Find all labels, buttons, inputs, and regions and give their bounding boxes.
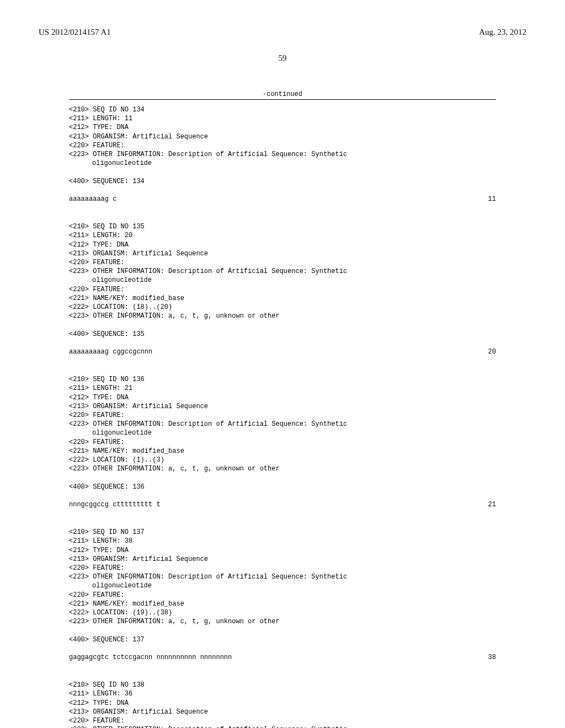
sequence-meta-line: <223> OTHER INFORMATION: Description of … [69, 267, 496, 276]
sequence-length: 20 [488, 347, 496, 356]
sequence-meta-line: <223> OTHER INFORMATION: Description of … [69, 725, 496, 728]
sequence-meta-line: oligonucleotide [69, 159, 496, 168]
sequence-meta-line: <221> NAME/KEY: modified_base [69, 447, 496, 456]
sequence-meta-line: <220> FEATURE: [69, 285, 496, 294]
blank-line [69, 626, 496, 635]
sequence-meta-line: <223> OTHER INFORMATION: Description of … [69, 420, 496, 429]
sequence-meta-line: <220> FEATURE: [69, 438, 496, 447]
divider [69, 99, 496, 100]
sequence-meta-line: <211> LENGTH: 38 [69, 537, 496, 545]
sequence-meta-line: <213> ORGANISM: Artificial Sequence [69, 249, 496, 258]
sequence-block: <210> SEQ ID NO 137<211> LENGTH: 38<212>… [69, 528, 496, 671]
sequence-data-row: aaaaaaaaag c11 [69, 195, 496, 204]
publication-number: US 2012/0214157 A1 [39, 28, 111, 37]
page-header: US 2012/0214157 A1 Aug. 23, 2012 [39, 28, 526, 37]
blank-line [69, 662, 496, 671]
blank-line [69, 356, 496, 365]
sequence-meta-line: <212> TYPE: DNA [69, 123, 496, 132]
sequence-block: <210> SEQ ID NO 138<211> LENGTH: 36<212>… [69, 681, 496, 728]
sequence-block: <210> SEQ ID NO 135<211> LENGTH: 20<212>… [69, 222, 496, 365]
blank-line [69, 320, 496, 329]
sequence-meta-line: <210> SEQ ID NO 137 [69, 528, 496, 537]
sequence-meta-line: <211> LENGTH: 36 [69, 689, 496, 698]
sequence-meta-line: <220> FEATURE: [69, 564, 496, 572]
publication-date: Aug. 23, 2012 [479, 28, 526, 37]
sequence-listing: <210> SEQ ID NO 134<211> LENGTH: 11<212>… [69, 105, 496, 728]
sequence-length: 11 [488, 195, 496, 204]
sequence-meta-line: <210> SEQ ID NO 136 [69, 375, 496, 384]
sequence-data: gaggagcgtc tctccgacnn nnnnnnnnnn nnnnnnn… [69, 653, 232, 662]
sequence-data-row: gaggagcgtc tctccgacnn nnnnnnnnnn nnnnnnn… [69, 653, 496, 662]
blank-line [69, 491, 496, 500]
sequence-meta-line: <210> SEQ ID NO 138 [69, 681, 496, 689]
sequence-meta-line: <221> NAME/KEY: modified_base [69, 599, 496, 608]
sequence-meta-line: <220> FEATURE: [69, 716, 496, 725]
sequence-header: <400> SEQUENCE: 136 [69, 483, 496, 491]
sequence-meta-line: <213> ORGANISM: Artificial Sequence [69, 132, 496, 141]
sequence-length: 21 [488, 500, 496, 509]
sequence-meta-line: <212> TYPE: DNA [69, 393, 496, 402]
sequence-data: nnngcggccg cttttttttt t [69, 500, 161, 509]
sequence-meta-line: <211> LENGTH: 20 [69, 231, 496, 240]
sequence-meta-line: <212> TYPE: DNA [69, 546, 496, 555]
sequence-meta-line: <223> OTHER INFORMATION: Description of … [69, 150, 496, 159]
sequence-meta-line: <213> ORGANISM: Artificial Sequence [69, 402, 496, 411]
sequence-header: <400> SEQUENCE: 137 [69, 635, 496, 644]
blank-line [69, 509, 496, 518]
sequence-meta-line: oligonucleotide [69, 276, 496, 285]
sequence-meta-line: <222> LOCATION: (18)..(20) [69, 303, 496, 312]
sequence-meta-line: <222> LOCATION: (19)..(38) [69, 608, 496, 617]
sequence-header: <400> SEQUENCE: 135 [69, 330, 496, 339]
sequence-meta-line: <212> TYPE: DNA [69, 699, 496, 708]
sequence-header: <400> SEQUENCE: 134 [69, 177, 496, 186]
sequence-data: aaaaaaaaag c [69, 195, 116, 204]
sequence-meta-line: <213> ORGANISM: Artificial Sequence [69, 555, 496, 564]
sequence-data: aaaaaaaaag cggccgcnnn [69, 347, 152, 356]
sequence-meta-line: <223> OTHER INFORMATION: a, c, t, g, unk… [69, 617, 496, 626]
sequence-meta-line: <212> TYPE: DNA [69, 240, 496, 249]
sequence-block: <210> SEQ ID NO 136<211> LENGTH: 21<212>… [69, 375, 496, 518]
sequence-meta-line: <223> OTHER INFORMATION: a, c, t, g, unk… [69, 312, 496, 320]
sequence-meta-line: <210> SEQ ID NO 134 [69, 105, 496, 114]
sequence-meta-line: <223> OTHER INFORMATION: Description of … [69, 572, 496, 581]
continued-label: -continued [39, 90, 526, 98]
sequence-meta-line: <213> ORGANISM: Artificial Sequence [69, 708, 496, 716]
sequence-meta-line: <220> FEATURE: [69, 258, 496, 267]
sequence-block: <210> SEQ ID NO 134<211> LENGTH: 11<212>… [69, 105, 496, 212]
sequence-meta-line: oligonucleotide [69, 581, 496, 590]
sequence-meta-line: <210> SEQ ID NO 135 [69, 222, 496, 231]
sequence-data-row: nnngcggccg cttttttttt t21 [69, 500, 496, 509]
blank-line [69, 473, 496, 482]
page-number: 59 [39, 53, 526, 63]
sequence-meta-line: <220> FEATURE: [69, 591, 496, 599]
sequence-meta-line: <222> LOCATION: (1)..(3) [69, 456, 496, 464]
blank-line [69, 186, 496, 195]
sequence-meta-line: <220> FEATURE: [69, 141, 496, 150]
page-container: US 2012/0214157 A1 Aug. 23, 2012 59 -con… [0, 0, 565, 728]
sequence-meta-line: <223> OTHER INFORMATION: a, c, t, g, unk… [69, 464, 496, 473]
blank-line [69, 339, 496, 347]
sequence-meta-line: <220> FEATURE: [69, 411, 496, 420]
sequence-meta-line: <211> LENGTH: 21 [69, 384, 496, 393]
sequence-meta-line: oligonucleotide [69, 429, 496, 437]
blank-line [69, 168, 496, 176]
blank-line [69, 204, 496, 212]
blank-line [69, 644, 496, 653]
sequence-length: 38 [488, 653, 496, 662]
sequence-meta-line: <221> NAME/KEY: modified_base [69, 294, 496, 303]
sequence-data-row: aaaaaaaaag cggccgcnnn20 [69, 347, 496, 356]
sequence-meta-line: <211> LENGTH: 11 [69, 114, 496, 123]
